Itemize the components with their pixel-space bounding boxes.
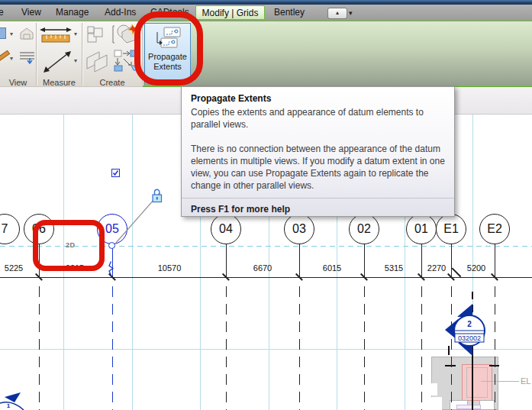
panel-separator	[82, 23, 82, 86]
grid-endpoint-handle[interactable]	[108, 242, 115, 249]
threshold	[456, 405, 481, 409]
ribbon: ▾ ▾ ▾ ▾	[0, 21, 532, 87]
grid-bubble-E2[interactable]: E2	[479, 214, 510, 244]
measure-distance-icon[interactable]	[39, 25, 73, 47]
grid-dash	[445, 365, 456, 366]
grid-line-dashed[interactable]	[421, 286, 422, 410]
panel-separator	[36, 23, 37, 86]
tab-manage[interactable]: Manage	[56, 5, 89, 21]
extent-checkbox[interactable]	[111, 169, 120, 177]
section-sheet-number: 032002	[458, 334, 481, 342]
grid-bubble-E1[interactable]: E1	[436, 214, 466, 244]
view-tool-icon[interactable]	[0, 27, 6, 39]
panel-label-create[interactable]: Create	[82, 78, 142, 87]
grid-line-dashed[interactable]	[39, 286, 40, 410]
grid-bubble-01[interactable]: 01	[406, 214, 437, 244]
tab-view[interactable]: View	[21, 5, 41, 21]
create-group-icon[interactable]	[85, 24, 110, 46]
dropdown-caret-icon[interactable]: ▾	[74, 31, 77, 37]
extent-2d-label[interactable]: 2D	[66, 241, 76, 249]
door-opening	[479, 400, 495, 410]
elevator-cab-outline	[466, 367, 488, 398]
tab-bentley[interactable]: Bentley	[274, 5, 305, 21]
grid-bubble-7[interactable]: 7	[0, 214, 20, 244]
dimension-leader-kink	[452, 268, 461, 277]
ribbon-tab-bar: e View Manage Add-Ins CADtools Modify | …	[0, 5, 532, 21]
panel-label-view[interactable]: View	[0, 78, 36, 87]
panel-label-measure[interactable]: Measure	[37, 78, 82, 87]
grid-stem	[495, 244, 495, 277]
ribbon-collapse-caret-icon[interactable]: ▾	[349, 8, 353, 18]
grid-bubble-03[interactable]: 03	[284, 214, 314, 244]
dropdown-caret-icon[interactable]: ▾	[10, 56, 13, 62]
tab-modify-grids-active[interactable]: Modify | Grids	[195, 5, 265, 20]
grid-bubble-02[interactable]: 02	[349, 214, 379, 244]
default-3d-view-icon[interactable]	[18, 26, 35, 41]
room-label[interactable]: EL	[521, 376, 530, 386]
grid-bubble-04[interactable]: 04	[211, 214, 241, 244]
tooltip-paragraph: Copies the extents and appearance of dat…	[182, 106, 454, 131]
wall-notch	[431, 397, 442, 410]
wall-notch	[431, 383, 437, 395]
grid-stem	[421, 244, 422, 277]
thin-lines-icon[interactable]	[19, 50, 35, 66]
dimension-value[interactable]: 5315	[385, 263, 403, 273]
dimension-value[interactable]: 6015	[323, 263, 341, 273]
grid-line-dashed[interactable]	[226, 286, 227, 410]
pin-icon[interactable]	[107, 261, 115, 276]
tooltip-paragraph: There is no connection between the appea…	[182, 143, 454, 192]
dimension-value[interactable]: 5200	[467, 263, 485, 273]
room-tag-leader	[481, 381, 519, 382]
propagate-extents-tooltip: Propagate Extents Copies the extents and…	[181, 86, 455, 217]
annotation-red-oval	[134, 11, 203, 86]
ribbon-collapse-button[interactable]: ▴	[327, 8, 347, 19]
dropdown-caret-icon[interactable]: ▾	[74, 58, 77, 64]
dimension-value[interactable]: 2270	[427, 263, 446, 273]
dimension-value[interactable]: 5225	[5, 263, 23, 273]
revit-window: e View Manage Add-Ins CADtools Modify | …	[0, 0, 532, 410]
tab-add-ins[interactable]: Add-Ins	[105, 5, 136, 21]
section-detail-number: 2	[467, 320, 472, 328]
tab-partial[interactable]: e	[0, 5, 4, 21]
grid-stem	[226, 244, 227, 277]
tooltip-title: Propagate Extents	[182, 87, 454, 106]
grid-line-dashed[interactable]	[299, 286, 300, 410]
grid-stem	[451, 244, 452, 277]
reference-line	[132, 115, 133, 410]
dropdown-caret-icon[interactable]: ▾	[10, 31, 13, 37]
ribbon-collapse-icon: ▴	[336, 9, 339, 16]
grid-line-dashed[interactable]	[364, 286, 365, 410]
dimension-value[interactable]: 10570	[158, 263, 182, 273]
tooltip-help-hint: Press F1 for more help	[182, 199, 454, 217]
measure-aligned-icon[interactable]	[42, 49, 73, 75]
create-wall-icon[interactable]	[85, 49, 112, 73]
dimension-value[interactable]: 6670	[253, 263, 272, 273]
callout-marker[interactable]: 1	[0, 389, 32, 410]
lock-icon[interactable]	[151, 187, 163, 205]
grid-stem	[364, 244, 365, 277]
grid-line-dashed-selected[interactable]	[112, 286, 113, 410]
grid-stem	[299, 244, 300, 277]
section-marker[interactable]: 2 032002	[445, 302, 497, 360]
callout-detail-number: 1	[7, 402, 11, 409]
